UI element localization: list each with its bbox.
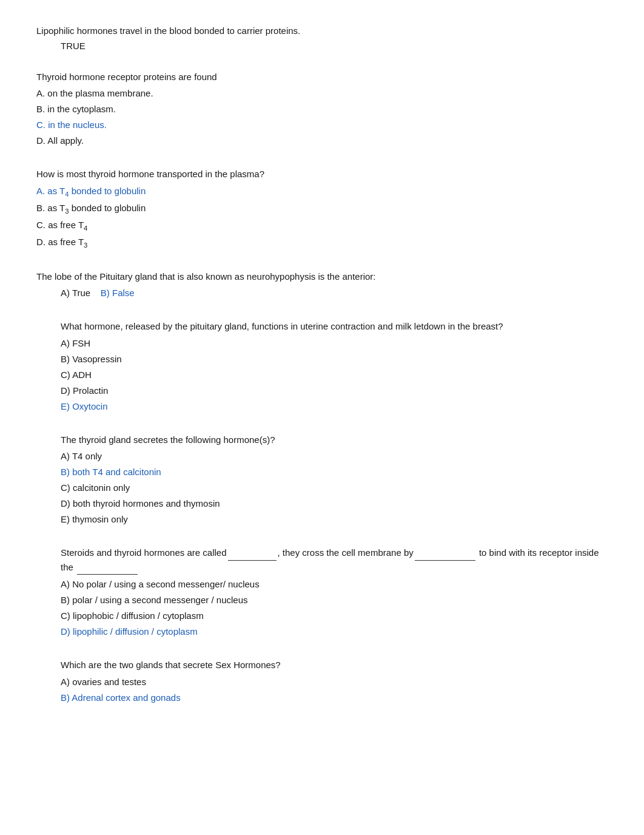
- q7-text: Steroids and thyroid hormones are called…: [61, 546, 608, 575]
- q6-option-c: C) calcitonin only: [61, 481, 608, 495]
- q5-text: What hormone, released by the pituitary …: [61, 320, 608, 334]
- question-4: The lobe of the Pituitary gland that is …: [36, 270, 608, 301]
- question-8: Which are the two glands that secrete Se…: [36, 658, 608, 705]
- q6-option-a: A) T4 only: [61, 449, 608, 464]
- q1-answer-text: TRUE: [61, 41, 86, 51]
- q7-blank-3: [77, 561, 138, 575]
- q3-option-b: B. as T3 bonded to globulin: [36, 201, 608, 217]
- q5-option-c: C) ADH: [61, 368, 608, 382]
- question-7: Steroids and thyroid hormones are called…: [36, 546, 608, 639]
- q7-option-d: D) lipophilic / diffusion / cytoplasm: [61, 624, 608, 639]
- q5-option-a: A) FSH: [61, 336, 608, 351]
- q1-text: Lipophilic hormones travel in the blood …: [36, 24, 608, 38]
- q5-option-b: B) Vasopressin: [61, 352, 608, 367]
- question-6: The thyroid gland secretes the following…: [36, 433, 608, 527]
- q8-block: Which are the two glands that secrete Se…: [61, 658, 608, 705]
- q4-option-b: B) False: [101, 288, 135, 298]
- q2-text: Thyroid hormone receptor proteins are fo…: [36, 70, 608, 84]
- question-2: Thyroid hormone receptor proteins are fo…: [36, 70, 608, 149]
- q2-option-a: A. on the plasma membrane.: [36, 86, 608, 101]
- q5-option-e: E) Oxytocin: [61, 399, 608, 414]
- q5-block: What hormone, released by the pituitary …: [61, 320, 608, 414]
- q3-option-a: A. as T4 bonded to globulin: [36, 184, 608, 200]
- q6-option-e: E) thymosin only: [61, 512, 608, 527]
- q8-option-a: A) ovaries and testes: [61, 675, 608, 689]
- q8-text: Which are the two glands that secrete Se…: [61, 658, 608, 672]
- q2-option-c: C. in the nucleus.: [36, 118, 608, 132]
- q3-option-d: D. as free T3: [36, 235, 608, 251]
- q3-text: How is most thyroid hormone transported …: [36, 167, 608, 181]
- question-1: Lipophilic hormones travel in the blood …: [36, 24, 608, 51]
- q7-block: Steroids and thyroid hormones are called…: [61, 546, 608, 639]
- q8-option-b: B) Adrenal cortex and gonads: [61, 691, 608, 705]
- q7-option-c: C) lipophobic / diffusion / cytoplasm: [61, 609, 608, 623]
- q6-option-b: B) both T4 and calcitonin: [61, 465, 608, 479]
- q2-option-d: D. All apply.: [36, 134, 608, 148]
- q7-blank-2: [415, 546, 475, 561]
- q2-option-b: B. in the cytoplasm.: [36, 102, 608, 117]
- q7-blank-1: [228, 546, 277, 561]
- question-5: What hormone, released by the pituitary …: [36, 320, 608, 414]
- q6-text: The thyroid gland secretes the following…: [61, 433, 608, 447]
- question-3: How is most thyroid hormone transported …: [36, 167, 608, 251]
- q4-text: The lobe of the Pituitary gland that is …: [36, 270, 608, 284]
- q6-block: The thyroid gland secretes the following…: [61, 433, 608, 527]
- q1-answer: TRUE: [61, 41, 608, 51]
- q3-option-c: C. as free T4: [36, 218, 608, 234]
- q4-option-a: A) True: [61, 288, 98, 298]
- q4-options-inline: A) True B) False: [61, 286, 608, 300]
- q7-option-a: A) No polar / using a second messenger/ …: [61, 577, 608, 592]
- q7-option-b: B) polar / using a second messenger / nu…: [61, 593, 608, 607]
- q6-option-d: D) both thyroid hormones and thymosin: [61, 496, 608, 511]
- q5-option-d: D) Prolactin: [61, 384, 608, 398]
